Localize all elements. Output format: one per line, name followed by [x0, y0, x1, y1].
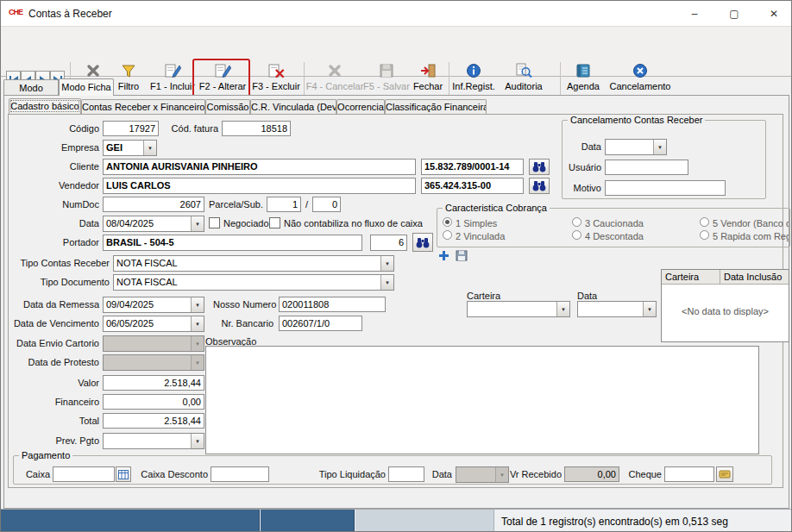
carteira-data-select[interactable]: ▼	[577, 301, 657, 317]
valor-field[interactable]: 2.518,44	[103, 375, 204, 391]
data-select[interactable]: 08/04/2025 ▼	[103, 216, 204, 232]
tab-cr-vinculada-label: C.R. Vinculada (Dev)	[251, 102, 336, 112]
chevron-down-icon[interactable]: ▼	[380, 275, 393, 290]
grid-col-carteira[interactable]: Carteira	[662, 270, 720, 284]
chevron-down-icon[interactable]: ▼	[191, 434, 204, 448]
cod-fatura-field[interactable]: 18518	[222, 121, 291, 136]
portador-label: Portador	[4, 237, 99, 247]
vr-recebido-field: 0,00	[564, 466, 619, 482]
chevron-down-icon: ▼	[495, 467, 508, 482]
tab-comissao[interactable]: Comissão	[205, 99, 250, 114]
data-value: 08/04/2025	[106, 218, 189, 228]
motivo-field[interactable]	[605, 180, 726, 196]
filter-funnel-icon	[121, 59, 136, 78]
codigo-label: Código	[4, 123, 99, 134]
tab-comissao-label: Comissão	[207, 102, 249, 112]
cancelamento-data-select[interactable]: ▼	[605, 139, 667, 155]
tipo-liquidacao-field[interactable]	[388, 466, 424, 482]
carteira-grid[interactable]: Carteira Data Inclusão <No data to displ…	[661, 269, 789, 342]
pagamento-title: Pagamento	[19, 450, 72, 460]
cliente-field[interactable]: ANTONIA AURISVANIA PINHEIRO	[103, 159, 416, 175]
vendedor-field[interactable]: LUIS CARLOS	[103, 178, 416, 194]
radio-2-vinculada[interactable]	[443, 230, 452, 240]
options-x-icon	[85, 59, 101, 78]
cliente-search-button[interactable]	[529, 159, 550, 175]
nao-contabiliza-checkbox[interactable]	[269, 217, 280, 228]
nosso-numero-field[interactable]: 020011808	[279, 297, 386, 312]
prev-pgto-label: Prev. Pgto	[4, 435, 99, 446]
exit-door-icon	[419, 59, 437, 78]
tipo-contas-receber-select[interactable]: NOTA FISCAL ▼	[113, 255, 394, 272]
chevron-down-icon[interactable]: ▼	[191, 316, 204, 331]
status-total-text: Total de 1 registro(s) encontrado(s) em …	[501, 516, 728, 528]
empresa-select[interactable]: GEI ▼	[103, 140, 157, 156]
chevron-down-icon[interactable]: ▼	[643, 302, 656, 316]
portador-field[interactable]: BRASIL - 504-5	[103, 235, 362, 251]
data-vencimento-select[interactable]: 06/05/2025 ▼	[103, 316, 204, 332]
data-remessa-select[interactable]: 09/04/2025 ▼	[103, 297, 204, 313]
vendedor-label: Vendedor	[4, 180, 99, 191]
numdoc-field[interactable]: 2607	[103, 197, 204, 212]
tipo-documento-label: Tipo Documento	[4, 277, 110, 287]
tab-contas-receber-financeiro[interactable]: Contas Receber x Financeiro	[81, 99, 205, 114]
save-carteira-button[interactable]	[456, 250, 468, 263]
chevron-down-icon[interactable]: ▼	[191, 297, 204, 312]
usuario-field[interactable]	[605, 160, 688, 175]
radio-5-vendor[interactable]	[700, 217, 709, 227]
tipo-documento-value: NOTA FISCAL	[116, 277, 379, 287]
radio-3-caucionada[interactable]	[572, 217, 581, 227]
maximize-button[interactable]: ▢	[715, 1, 753, 26]
tab-modo-tabela[interactable]: Modo Tabela	[3, 79, 59, 96]
negociado-checkbox[interactable]	[209, 217, 220, 228]
grid-col-data-inclusao[interactable]: Data Inclusão	[720, 270, 789, 284]
portador-search-button[interactable]	[412, 233, 433, 252]
financeiro-label: Financeiro	[4, 397, 99, 407]
tab-cadastro-basico[interactable]: Cadastro básico	[9, 98, 81, 114]
chevron-down-icon[interactable]: ▼	[143, 141, 156, 155]
cheque-field[interactable]	[664, 466, 714, 482]
cancelamento-data-label: Data	[570, 141, 601, 152]
codigo-field[interactable]: 17927	[103, 121, 159, 136]
cheque-lookup-button[interactable]	[716, 466, 733, 482]
binoculars-icon	[532, 161, 546, 172]
radio-4-descontada[interactable]	[572, 230, 581, 240]
data-envio-cartorio-select: ▼	[103, 335, 204, 352]
caixa-desconto-field[interactable]	[211, 466, 269, 482]
caixa-lookup-button[interactable]	[116, 466, 131, 482]
tab-classificacao-financeira[interactable]: Classificação Financeira	[385, 99, 487, 114]
auditoria-label: Auditoria	[505, 81, 542, 91]
vendedor-search-button[interactable]	[529, 178, 550, 194]
chevron-down-icon[interactable]: ▼	[191, 216, 204, 231]
prev-pgto-select[interactable]: ▼	[103, 433, 204, 449]
toolbar-separator	[449, 62, 449, 98]
close-button[interactable]: ✕	[755, 1, 792, 26]
parcela-sub-field[interactable]: 0	[312, 197, 341, 212]
portador-numero-field[interactable]: 6	[370, 235, 407, 251]
radio-1-simples[interactable]	[443, 217, 452, 227]
parcela-label: Parcela/Sub.	[206, 199, 263, 210]
add-carteira-button[interactable]	[438, 250, 449, 263]
carteira-select[interactable]: ▼	[467, 301, 570, 317]
caixa-field[interactable]	[53, 466, 115, 482]
radio-5-rapida[interactable]	[700, 230, 709, 240]
chevron-down-icon[interactable]: ▼	[653, 140, 666, 154]
tab-ocorrencia[interactable]: Ocorrencia	[336, 99, 385, 114]
nr-bancario-field[interactable]: 002607/1/0	[279, 316, 362, 331]
observacao-textarea[interactable]	[205, 346, 759, 454]
financeiro-field[interactable]: 0,00	[103, 394, 204, 410]
minimize-button[interactable]: –	[676, 1, 713, 26]
cliente-cnpj-field[interactable]: 15.832.789/0001-14	[421, 159, 524, 175]
tab-cr-vinculada[interactable]: C.R. Vinculada (Dev)	[250, 99, 336, 114]
empresa-label: Empresa	[4, 142, 99, 153]
parcela-field[interactable]: 1	[267, 197, 301, 212]
chevron-down-icon[interactable]: ▼	[556, 302, 569, 316]
tipo-documento-select[interactable]: NOTA FISCAL ▼	[113, 274, 394, 291]
total-field[interactable]: 2.518,44	[103, 413, 204, 429]
negociado-label: Negociado	[223, 218, 269, 228]
toolbar-separator	[560, 62, 561, 98]
tab-classificacao-financeira-label: Classificação Financeira	[386, 102, 487, 112]
vendedor-cpf-field[interactable]: 365.424.315-00	[421, 178, 524, 194]
tab-modo-ficha[interactable]: Modo Ficha	[59, 78, 114, 96]
cheque-label: Cheque	[627, 469, 662, 479]
chevron-down-icon[interactable]: ▼	[380, 256, 393, 271]
